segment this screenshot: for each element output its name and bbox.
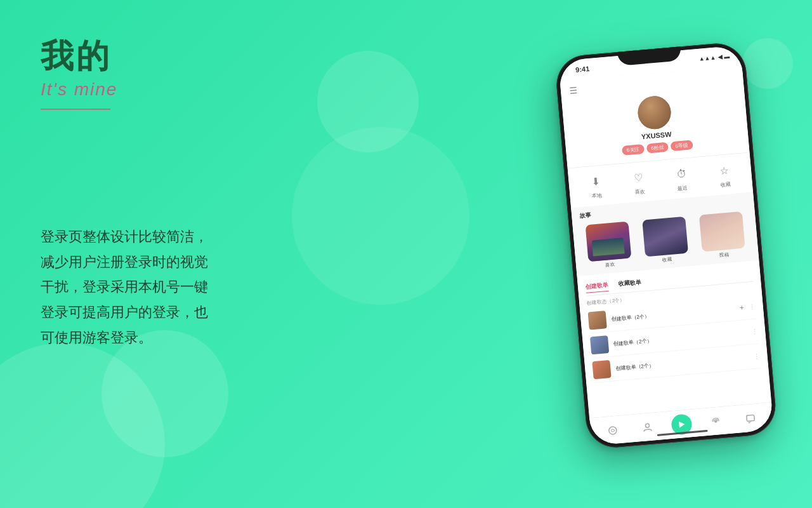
menu-icon[interactable]: ☰: [569, 85, 578, 96]
story-thumb-2: [642, 217, 688, 257]
playlist-add-1[interactable]: +: [739, 303, 744, 312]
collect-label: 收藏: [720, 180, 731, 188]
phone-screen: 9:41 ▲▲▲ ◀ ▬ ☰ YXUSSW: [558, 45, 774, 446]
story-thumb-3: [699, 211, 745, 252]
stories-grid: 喜欢 收藏 投稿: [580, 211, 751, 271]
status-time: 9:41: [575, 65, 590, 74]
app-content: ☰ YXUSSW 6关注 6粉丝 6等级: [560, 65, 774, 446]
tab-created-playlist[interactable]: 创建歌单: [586, 281, 609, 293]
nav-radio[interactable]: [705, 410, 727, 432]
phone-mockup: 9:41 ▲▲▲ ◀ ▬ ☰ YXUSSW: [520, 13, 761, 495]
svg-marker-2: [679, 421, 685, 428]
desc-line-5: 可使用游客登录。: [41, 330, 152, 345]
nav-chat[interactable]: [739, 407, 761, 429]
phone-outer-shell: 9:41 ▲▲▲ ◀ ▬ ☰ YXUSSW: [554, 41, 778, 450]
playlist-menu-1[interactable]: ⋮: [749, 303, 756, 311]
story-label-1: 喜欢: [605, 262, 616, 269]
status-icons: ▲▲▲ ◀ ▬: [698, 53, 730, 62]
story-label-3: 投稿: [719, 251, 730, 258]
like-action[interactable]: ♡ 喜欢: [629, 168, 649, 196]
stats-row: 6关注 6粉丝 6等级: [622, 140, 693, 156]
playlist-name-1: 创建歌单（2个）: [611, 305, 735, 323]
left-content: 我的 It's mine 登录页整体设计比较简洁， 减少用户注册登录时的视觉 干…: [41, 38, 320, 350]
download-icon: ⬇: [586, 172, 605, 191]
svg-point-3: [714, 420, 717, 422]
description-text: 登录页整体设计比较简洁， 减少用户注册登录时的视觉 干扰，登录采用本机号一键 登…: [41, 224, 320, 350]
playlist-info-1: 创建歌单（2个）: [611, 305, 735, 323]
recent-action[interactable]: ⏱ 最近: [672, 164, 692, 192]
recent-label: 最近: [678, 184, 688, 192]
desc-line-4: 登录可提高用户的登录，也: [41, 304, 208, 320]
title-divider: [41, 109, 110, 110]
heart-icon: ♡: [629, 168, 648, 187]
playlist-thumb-1: [588, 311, 607, 330]
story-label-2: 收藏: [662, 257, 672, 264]
svg-point-1: [645, 423, 650, 427]
playlist-info-3: 创建歌单（2个）: [615, 353, 749, 371]
story-item-collect[interactable]: 收藏: [637, 216, 694, 265]
tab-collected-playlist[interactable]: 收藏歌单: [618, 278, 641, 290]
local-label: 本地: [591, 192, 602, 199]
nav-explore[interactable]: [602, 419, 624, 441]
playlist-menu-3[interactable]: ⋮: [753, 352, 760, 360]
svg-rect-4: [746, 415, 754, 421]
playlist-thumb-3: [592, 360, 611, 379]
story-item-submit[interactable]: 投稿: [694, 211, 751, 260]
playlist-section: 创建歌单 收藏歌单 创建歌态（2个） 创建歌单（2个） + ⋮: [577, 263, 769, 389]
battery-icon: ▬: [724, 53, 730, 60]
like-label: 喜欢: [634, 188, 645, 196]
clock-icon: ⏱: [672, 164, 691, 184]
svg-point-0: [609, 426, 617, 434]
desc-line-3: 干扰，登录采用本机号一键: [41, 279, 208, 295]
desc-line-2: 减少用户注册登录时的视觉: [41, 254, 208, 270]
signal-icon: ▲▲▲: [698, 55, 716, 62]
star-icon: ☆: [715, 161, 734, 180]
username: YXUSSW: [641, 130, 672, 140]
story-thumb-1: [586, 222, 632, 262]
story-item-like[interactable]: 喜欢: [580, 221, 638, 271]
playlist-menu-2[interactable]: ⋮: [751, 328, 758, 335]
bottom-navbar: [589, 402, 774, 446]
subtitle: It's mine: [41, 79, 320, 100]
collect-action[interactable]: ☆ 收藏: [715, 161, 735, 189]
main-title: 我的: [41, 38, 320, 74]
fans-count[interactable]: 6粉丝: [646, 142, 669, 154]
wifi-icon: ◀: [717, 54, 723, 61]
desc-line-1: 登录页整体设计比较简洁，: [41, 229, 208, 244]
follow-count[interactable]: 6关注: [622, 144, 645, 156]
stories-section: 故事 喜欢 收藏: [571, 192, 759, 276]
playlist-thumb-2: [590, 335, 609, 354]
level-badge[interactable]: 6等级: [671, 140, 693, 151]
nav-user[interactable]: [636, 416, 658, 438]
user-avatar: [636, 95, 672, 130]
playlist-info-2: 创建歌单（2个）: [613, 329, 747, 347]
playlist-name-2: 创建歌单（2个）: [613, 329, 747, 347]
local-action[interactable]: ⬇ 本地: [586, 172, 606, 200]
avatar-image: [636, 95, 672, 130]
playlist-name-3: 创建歌单（2个）: [615, 353, 749, 371]
